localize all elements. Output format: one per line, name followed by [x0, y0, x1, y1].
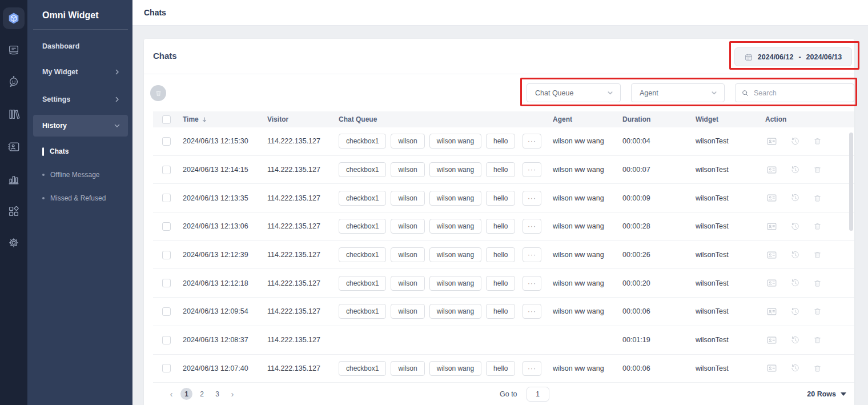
- rail-item-widget[interactable]: [3, 7, 25, 29]
- chat-history-icon[interactable]: [790, 335, 800, 345]
- chat-history-icon[interactable]: [790, 250, 800, 260]
- row-duration: 00:00:28: [622, 222, 696, 230]
- vertical-scrollbar-thumb[interactable]: [849, 133, 853, 231]
- row-visitor: 114.222.135.127: [267, 222, 339, 230]
- row-checkbox[interactable]: [162, 279, 171, 287]
- row-checkbox[interactable]: [162, 336, 171, 344]
- app-title: Omni Widget: [42, 10, 99, 21]
- delete-icon[interactable]: [813, 250, 822, 259]
- row-time: 2024/06/13 12:08:37: [183, 336, 267, 344]
- visitor-info-icon[interactable]: [766, 193, 777, 203]
- agent-select[interactable]: Agent: [631, 83, 725, 102]
- column-header-duration: Duration: [622, 115, 696, 123]
- visitor-info-icon[interactable]: [766, 363, 777, 373]
- rail-item-settings[interactable]: [0, 231, 27, 254]
- more-tags-button[interactable]: ···: [523, 361, 541, 376]
- row-time: 2024/06/13 12:09:54: [183, 307, 267, 315]
- row-checkbox[interactable]: [162, 222, 171, 231]
- row-tags: checkbox1wilsonwilson wanghello: [339, 191, 515, 206]
- delete-icon[interactable]: [813, 165, 822, 174]
- goto-page-input[interactable]: [527, 387, 549, 402]
- more-tags-button[interactable]: ···: [523, 276, 541, 291]
- row-checkbox[interactable]: [162, 194, 171, 202]
- sidebar-subitem-missed-refused[interactable]: Missed & Refused: [33, 191, 128, 206]
- sidebar-subitem-offline-message[interactable]: Offline Message: [33, 167, 128, 182]
- chat-history-icon[interactable]: [790, 278, 800, 288]
- chat-queue-tag: wilson: [391, 276, 424, 291]
- row-agent: wilson ww wang: [553, 166, 622, 174]
- row-checkbox[interactable]: [162, 166, 171, 174]
- more-tags-button[interactable]: ···: [523, 219, 541, 234]
- chat-history-icon[interactable]: [790, 193, 800, 203]
- delete-icon[interactable]: [813, 194, 822, 203]
- chat-queue-tag: wilson: [391, 191, 424, 206]
- table-row: 2024/06/13 12:09:54 114.222.135.127 chec…: [153, 298, 854, 326]
- visitor-info-icon[interactable]: [766, 165, 777, 175]
- rail-item-contacts[interactable]: [0, 135, 27, 158]
- chat-queue-tag: wilson wang: [429, 219, 481, 234]
- rail-item-apps[interactable]: [0, 200, 27, 223]
- sidebar-item-dashboard[interactable]: Dashboard: [33, 37, 128, 56]
- visitor-info-icon[interactable]: [766, 335, 777, 345]
- delete-icon[interactable]: [813, 222, 822, 231]
- sidebar-item-my-widget[interactable]: My Widget: [33, 62, 128, 82]
- row-tags-more: ···: [523, 162, 541, 177]
- row-checkbox[interactable]: [162, 307, 171, 316]
- delete-icon[interactable]: [813, 279, 822, 288]
- visitor-info-icon[interactable]: [766, 222, 777, 231]
- delete-icon[interactable]: [813, 335, 822, 344]
- table-row: 2024/06/13 12:08:37 114.222.135.127 00:0…: [153, 326, 854, 355]
- chat-queue-tag: wilson: [391, 247, 424, 262]
- search-input[interactable]: [754, 89, 848, 97]
- page-button-3[interactable]: 3: [211, 388, 223, 400]
- more-tags-button[interactable]: ···: [523, 191, 541, 206]
- page-button-1[interactable]: 1: [180, 388, 192, 400]
- rail-item-bot[interactable]: [0, 70, 27, 93]
- visitor-info-icon[interactable]: [766, 137, 777, 146]
- visitor-info-icon[interactable]: [766, 307, 777, 316]
- previous-page-button[interactable]: ‹: [166, 388, 177, 400]
- rows-per-page-select[interactable]: 20 Rows: [807, 383, 846, 405]
- rail-item-reports[interactable]: [0, 167, 27, 190]
- sidebar-item-history[interactable]: History: [33, 115, 128, 137]
- sort-descending-icon[interactable]: [202, 117, 207, 123]
- visitor-info-icon[interactable]: [766, 250, 777, 260]
- row-duration: 00:00:06: [622, 364, 696, 372]
- sidebar-subitem-chats[interactable]: Chats: [33, 144, 128, 159]
- chat-history-icon[interactable]: [790, 307, 800, 316]
- chat-history-icon[interactable]: [790, 165, 800, 175]
- row-checkbox[interactable]: [162, 137, 171, 146]
- rail-item-library[interactable]: [0, 103, 27, 126]
- chat-history-icon[interactable]: [790, 137, 800, 146]
- visitor-info-icon[interactable]: [766, 278, 777, 288]
- more-tags-button[interactable]: ···: [523, 247, 541, 262]
- chat-history-icon[interactable]: [790, 363, 800, 373]
- icon-rail: [0, 0, 27, 405]
- chat-queue-select[interactable]: Chat Queue: [527, 83, 621, 102]
- chat-queue-tag: checkbox1: [339, 276, 386, 291]
- more-tags-button[interactable]: ···: [523, 134, 541, 149]
- caret-down-icon: [711, 90, 717, 96]
- next-page-button[interactable]: ›: [227, 388, 238, 400]
- date-range-picker[interactable]: 2024/06/12 - 2024/06/13: [734, 47, 852, 66]
- more-tags-button[interactable]: ···: [523, 162, 541, 177]
- widget-cube-icon: [7, 11, 21, 25]
- bulk-delete-button[interactable]: [150, 85, 166, 101]
- row-checkbox[interactable]: [162, 364, 171, 372]
- delete-icon[interactable]: [813, 137, 822, 146]
- sidebar-item-settings[interactable]: Settings: [33, 90, 128, 109]
- page-button-2[interactable]: 2: [196, 388, 208, 400]
- chat-queue-tag: wilson wang: [429, 304, 481, 319]
- row-actions: [765, 307, 854, 316]
- column-header-time[interactable]: Time: [183, 115, 267, 123]
- row-checkbox[interactable]: [162, 251, 171, 259]
- row-time: 2024/06/13 12:07:40: [183, 364, 267, 372]
- chat-history-icon[interactable]: [790, 222, 800, 231]
- row-tags: checkbox1wilsonwilson wanghello: [339, 134, 515, 149]
- delete-icon[interactable]: [813, 364, 822, 373]
- select-all-checkbox[interactable]: [162, 115, 171, 124]
- row-duration: 00:00:20: [622, 279, 696, 287]
- delete-icon[interactable]: [813, 307, 822, 316]
- more-tags-button[interactable]: ···: [523, 304, 541, 319]
- rail-item-inbox[interactable]: [0, 39, 27, 62]
